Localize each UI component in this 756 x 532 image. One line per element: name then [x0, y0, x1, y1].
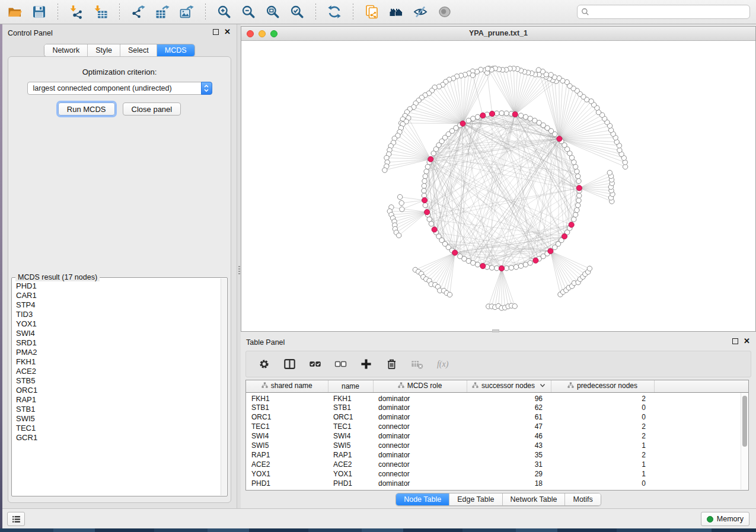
table-row[interactable]: FKH1FKH1dominator962	[246, 392, 748, 403]
mcds-result-item[interactable]: STB5	[16, 376, 221, 386]
close-panel-button[interactable]: Close panel	[123, 102, 181, 116]
mcds-result-item[interactable]: TID3	[16, 310, 221, 319]
tab-network-table[interactable]: Network Table	[503, 493, 566, 505]
control-panel-tabs: NetworkStyleSelectMCDS	[44, 44, 194, 57]
column-header-MCDS-role[interactable]: MCDS role	[373, 380, 467, 392]
select-all-button[interactable]	[307, 357, 323, 372]
import-network-button[interactable]	[68, 3, 85, 21]
mcds-result-item[interactable]: STP4	[16, 300, 221, 310]
tab-edge-table[interactable]: Edge Table	[449, 493, 502, 505]
mcds-result-item[interactable]: YOX1	[16, 319, 221, 329]
mcds-result-item[interactable]: SWI5	[16, 414, 221, 424]
panel-menu-button[interactable]	[7, 512, 25, 526]
minimize-window-icon[interactable]	[259, 30, 266, 37]
table-row[interactable]: SWI5SWI5connector431	[246, 441, 748, 450]
column-header-shared-name[interactable]: shared name	[246, 380, 328, 392]
table-cell-filler	[654, 450, 748, 460]
table-cell: dominator	[373, 431, 467, 441]
table-cell: 29	[467, 469, 551, 479]
close-panel-icon[interactable]: ✕	[224, 29, 231, 35]
table-row[interactable]: ORC1ORC1dominator610	[246, 412, 748, 422]
maximize-window-icon[interactable]	[270, 30, 277, 37]
open-file-button[interactable]	[6, 3, 24, 21]
zoom-fit-button[interactable]	[264, 3, 282, 21]
mcds-result-item[interactable]: FKH1	[16, 357, 221, 367]
close-table-panel-icon[interactable]: ✕	[744, 338, 750, 344]
zoom-in-button[interactable]	[215, 3, 233, 21]
mcds-list-scrollbar[interactable]	[221, 278, 227, 495]
mcds-result-item[interactable]: STB1	[16, 405, 221, 414]
control-panel: Control Panel ✕ NetworkStyleSelectMCDS O…	[2, 24, 237, 508]
table-scrollbar-track[interactable]	[741, 393, 748, 489]
export-table-button[interactable]	[154, 3, 171, 21]
attribute-tree-icon	[398, 382, 404, 390]
run-mcds-button[interactable]: Run MCDS	[58, 102, 115, 116]
tab-mcds[interactable]: MCDS	[157, 44, 194, 56]
mcds-result-item[interactable]: CAR1	[16, 291, 221, 300]
show-all-icon	[438, 5, 452, 19]
table-row[interactable]: SWI4SWI4dominator462	[246, 431, 748, 441]
table-row[interactable]: PHD1PHD1dominator180	[246, 479, 748, 488]
tab-style[interactable]: Style	[88, 44, 120, 56]
node-table-body: FKH1FKH1dominator962STB1STB1dominator620…	[246, 392, 748, 488]
table-row[interactable]: TEC1TEC1connector472	[246, 422, 748, 431]
network-canvas[interactable]	[241, 41, 755, 331]
table-row[interactable]: RAP1RAP1dominator352	[246, 450, 748, 460]
zoom-out-button[interactable]	[240, 3, 257, 21]
table-cell: SWI4	[328, 431, 373, 441]
import-table-button[interactable]	[92, 3, 110, 21]
clone-network-button[interactable]	[363, 3, 381, 21]
unselect-all-button[interactable]	[333, 357, 348, 372]
show-all-button[interactable]	[436, 3, 454, 21]
table-row[interactable]: ACE2ACE2connector311	[246, 460, 748, 469]
table-row[interactable]: STB1STB1dominator620	[246, 403, 748, 412]
mcds-result-item[interactable]: ORC1	[16, 386, 221, 395]
table-cell-filler	[654, 412, 748, 422]
export-network-button[interactable]	[129, 3, 147, 21]
table-settings-button[interactable]	[256, 357, 272, 372]
mcds-result-item[interactable]: ACE2	[16, 367, 221, 376]
tab-motifs[interactable]: Motifs	[565, 493, 600, 505]
search-field[interactable]	[577, 5, 750, 19]
table-row[interactable]: YOX1YOX1connector291	[246, 469, 748, 479]
import-table-icon	[94, 5, 108, 19]
float-panel-icon[interactable]	[213, 29, 219, 35]
attribute-tree-icon	[261, 382, 268, 390]
memory-button[interactable]: Memory	[701, 512, 749, 526]
add-column-button[interactable]	[358, 357, 374, 372]
hide-selected-button[interactable]	[412, 3, 429, 21]
zoom-selected-button[interactable]	[288, 3, 306, 21]
criterion-select[interactable]: largest connected component (undirected)	[27, 82, 212, 95]
tab-select[interactable]: Select	[120, 44, 157, 56]
table-scrollbar-thumb[interactable]	[742, 396, 747, 447]
column-header-label: predecessor nodes	[577, 382, 637, 390]
mcds-result-item[interactable]: PHD1	[16, 281, 221, 291]
tab-node-table[interactable]: Node Table	[396, 493, 449, 505]
mcds-result-item[interactable]: GCR1	[16, 433, 221, 443]
table-panel: Table Panel ✕ f(x) shared namenameMCDS r…	[241, 334, 756, 507]
mcds-result-item[interactable]: SRD1	[16, 338, 221, 348]
column-header-name[interactable]: name	[328, 380, 373, 392]
menu-list-icon	[11, 514, 21, 524]
export-image-button[interactable]	[178, 3, 196, 21]
toolbar-separator	[315, 4, 316, 20]
table-cell: PHD1	[246, 479, 328, 488]
delete-column-button[interactable]	[384, 357, 399, 372]
tab-network[interactable]: Network	[44, 44, 88, 56]
horizontal-splitter-grip[interactable]	[492, 329, 499, 332]
refresh-button[interactable]	[326, 3, 343, 21]
close-window-icon[interactable]	[247, 30, 254, 37]
float-table-panel-icon[interactable]	[732, 338, 738, 344]
split-panel-button[interactable]	[282, 357, 297, 372]
mcds-result-item[interactable]: RAP1	[16, 395, 221, 405]
search-input[interactable]	[592, 8, 746, 16]
table-cell: 47	[467, 422, 551, 431]
column-header-predecessor-nodes[interactable]: predecessor nodes	[551, 380, 654, 392]
save-session-button[interactable]	[30, 3, 48, 21]
first-neighbors-button[interactable]	[387, 3, 405, 21]
column-header-successor-nodes[interactable]: successor nodes	[467, 380, 551, 392]
mcds-result-item[interactable]: TEC1	[16, 424, 221, 433]
mcds-result-item[interactable]: SWI4	[16, 329, 221, 338]
mcds-result-item[interactable]: PMA2	[16, 348, 221, 357]
network-view-titlebar[interactable]: YPA_prune.txt_1	[241, 27, 755, 41]
